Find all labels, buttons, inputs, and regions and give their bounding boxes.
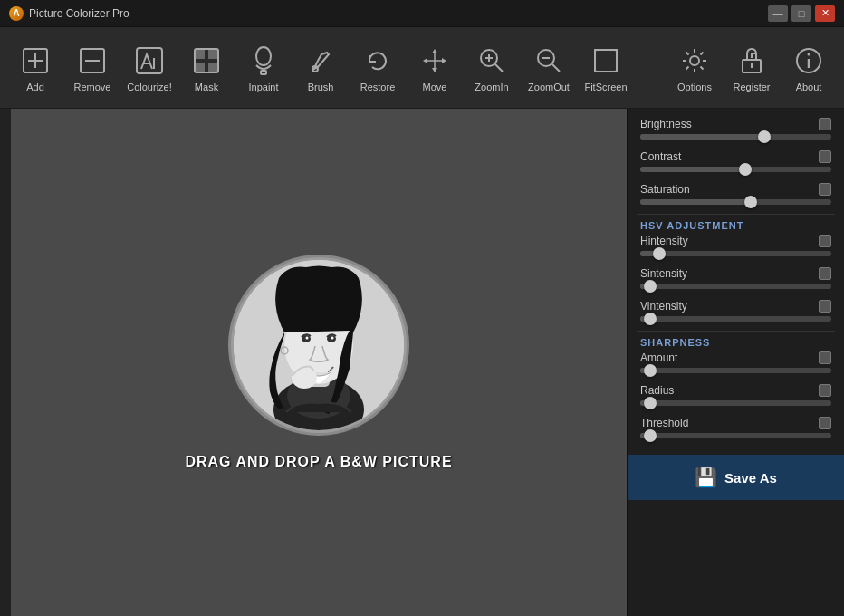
tool-register[interactable]: Register: [725, 34, 778, 101]
svg-point-38: [306, 337, 309, 340]
tool-add[interactable]: Add: [9, 34, 62, 101]
tool-colourize[interactable]: Colourize!: [123, 34, 176, 101]
threshold-row: Threshold: [637, 415, 835, 440]
svg-line-19: [494, 63, 503, 72]
hintensity-row: Hintensity: [637, 233, 835, 258]
hintensity-slider[interactable]: [640, 251, 831, 256]
left-strip: [0, 109, 11, 616]
tool-zoomout[interactable]: ZoomOut: [523, 34, 575, 101]
tool-mask[interactable]: Mask: [180, 34, 233, 101]
radius-slider[interactable]: [640, 400, 831, 406]
sharpness-section-label: SHARPNESS: [637, 331, 835, 350]
contrast-slider[interactable]: [640, 167, 831, 172]
move-icon: [417, 43, 452, 78]
svg-rect-14: [261, 71, 266, 74]
brightness-label: Brightness: [640, 118, 692, 130]
main-area: DRAG AND DROP A B&W PICTURE Brightness C…: [0, 109, 844, 616]
fitscreen-icon: [589, 43, 623, 78]
save-icon: 💾: [695, 467, 717, 488]
svg-rect-25: [595, 50, 617, 72]
minimize-button[interactable]: —: [768, 5, 788, 22]
maximize-button[interactable]: □: [791, 5, 811, 22]
amount-row: Amount: [637, 350, 835, 375]
close-button[interactable]: ✕: [815, 5, 835, 22]
tool-options[interactable]: Options: [668, 34, 721, 101]
tool-restore[interactable]: Restore: [351, 34, 404, 101]
amount-slider[interactable]: [640, 368, 831, 373]
brightness-row: Brightness: [637, 116, 835, 141]
saturation-slider[interactable]: [640, 199, 831, 205]
sintensity-checkbox[interactable]: [819, 267, 831, 280]
inpaint-icon: [246, 43, 281, 78]
tool-remove[interactable]: Remove: [66, 34, 119, 101]
mask-label: Mask: [195, 82, 218, 92]
hintensity-label: Hintensity: [640, 235, 688, 247]
svg-point-30: [808, 53, 810, 55]
tool-brush[interactable]: Brush: [294, 34, 347, 101]
canvas-area[interactable]: DRAG AND DROP A B&W PICTURE: [11, 109, 627, 616]
contrast-row: Contrast: [637, 149, 835, 174]
colourize-label: Colourize!: [127, 82, 172, 92]
svg-rect-11: [195, 63, 205, 72]
tool-fitscreen[interactable]: FitScreen: [580, 34, 632, 101]
amount-label: Amount: [640, 351, 677, 364]
svg-point-13: [256, 47, 271, 65]
brush-icon: [303, 43, 338, 78]
vintensity-row: Vintensity: [637, 298, 835, 323]
about-icon: [791, 43, 826, 78]
contrast-label: Contrast: [640, 150, 681, 163]
register-icon: [734, 43, 769, 78]
amount-checkbox[interactable]: [819, 351, 831, 364]
sintensity-slider[interactable]: [640, 284, 831, 289]
portrait-preview: [234, 260, 404, 430]
add-icon: [18, 43, 53, 78]
hsv-section-label: HSV ADJUSTMENT: [637, 214, 835, 233]
vintensity-slider[interactable]: [640, 316, 831, 322]
brightness-slider[interactable]: [640, 134, 831, 140]
options-label: Options: [677, 82, 712, 92]
tool-move[interactable]: Move: [408, 34, 461, 101]
right-panel: Brightness Contrast: [627, 109, 844, 616]
saturation-label: Saturation: [640, 183, 690, 196]
sintensity-label: Sintensity: [640, 267, 687, 280]
register-label: Register: [734, 82, 771, 92]
tool-about[interactable]: About: [782, 34, 835, 101]
adjustments-section: Brightness Contrast: [628, 109, 844, 455]
hintensity-checkbox[interactable]: [819, 235, 831, 247]
zoomin-label: ZoomIn: [475, 82, 508, 92]
app-icon: A: [9, 6, 24, 21]
saturation-checkbox[interactable]: [819, 183, 831, 196]
zoomout-label: ZoomOut: [528, 82, 570, 92]
svg-rect-9: [195, 49, 205, 59]
vintensity-label: Vintensity: [640, 300, 687, 313]
restore-icon: [360, 43, 395, 78]
add-label: Add: [26, 82, 44, 92]
svg-point-39: [331, 337, 334, 340]
brightness-checkbox[interactable]: [819, 118, 831, 130]
about-label: About: [796, 82, 822, 92]
title-bar: A Picture Colorizer Pro — □ ✕: [0, 0, 844, 27]
restore-label: Restore: [360, 82, 396, 92]
tool-zoomin[interactable]: ZoomIn: [465, 34, 518, 101]
options-icon: [677, 43, 712, 78]
fitscreen-label: FitScreen: [584, 82, 627, 92]
radius-checkbox[interactable]: [819, 384, 831, 397]
threshold-checkbox[interactable]: [819, 417, 831, 429]
save-bar[interactable]: 💾 Save As: [628, 455, 844, 500]
move-label: Move: [423, 82, 447, 92]
remove-label: Remove: [74, 82, 111, 92]
contrast-checkbox[interactable]: [819, 150, 831, 163]
colourize-icon: [132, 43, 167, 78]
toolbar: Add Remove Colourize!: [0, 27, 844, 109]
svg-rect-12: [208, 63, 218, 72]
vintensity-checkbox[interactable]: [819, 300, 831, 313]
app-title: Picture Colorizer Pro: [29, 7, 768, 20]
remove-icon: [75, 43, 110, 78]
mask-icon: [189, 43, 224, 78]
svg-point-26: [690, 56, 699, 65]
window-controls: — □ ✕: [768, 5, 835, 22]
threshold-slider[interactable]: [640, 433, 831, 438]
tool-inpaint[interactable]: Inpaint: [237, 34, 290, 101]
zoomin-icon: [475, 43, 509, 78]
canvas-bg: DRAG AND DROP A B&W PICTURE: [11, 109, 627, 616]
